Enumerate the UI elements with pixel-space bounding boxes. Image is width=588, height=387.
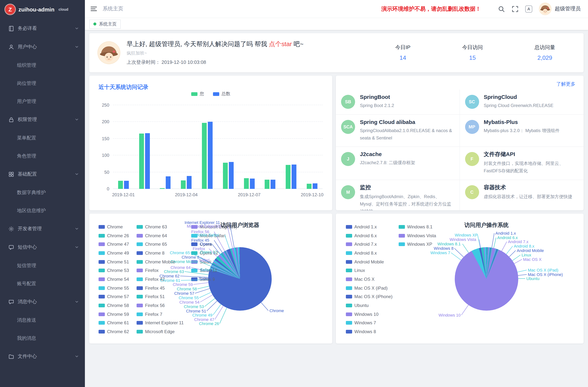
x-axis-label: 2019-12-10	[301, 192, 324, 197]
legend-item[interactable]: Windows 10	[346, 310, 393, 319]
breadcrumb[interactable]: 系统主页	[103, 5, 123, 12]
legend-item[interactable]: Chrome Mobile	[137, 258, 184, 266]
greeting-text-block: 早上好, 超级管理员, 今天帮别人解决问题了吗 帮我 点个star 吧~ 疯狂加…	[126, 40, 304, 66]
legend-item[interactable]: Chrome 65	[137, 240, 184, 249]
legend-item[interactable]: Firefox 45	[137, 284, 184, 292]
learn-more-link[interactable]: 了解更多	[556, 81, 575, 87]
current-user-name[interactable]: 超级管理员	[555, 5, 581, 12]
sidebar-subitem[interactable]: 地区信息维护	[0, 202, 85, 220]
sidebar-subitem[interactable]: 用户管理	[0, 92, 85, 110]
legend-swatch	[346, 304, 352, 307]
sidebar-subitem[interactable]: 账号配置	[0, 274, 85, 293]
legend-item[interactable]: Windows XP	[399, 240, 436, 249]
legend-item[interactable]: 您	[191, 91, 204, 97]
legend-item[interactable]: Firefox	[137, 266, 184, 275]
legend-item[interactable]: 总数	[213, 91, 230, 97]
chevron-down-icon	[75, 172, 79, 176]
brand[interactable]: Z zuihou-admin cloud	[0, 0, 85, 19]
legend-item[interactable]: Linux	[346, 266, 393, 275]
legend-item[interactable]: Windows 8	[346, 327, 393, 336]
legend-item[interactable]: Chrome 54	[99, 275, 129, 284]
legend-item[interactable]: Chrome 8	[137, 249, 184, 257]
legend-item[interactable]: Safari	[191, 258, 237, 266]
legend-item[interactable]: Chrome 57	[99, 292, 129, 301]
legend-swatch	[399, 234, 405, 237]
legend-item[interactable]: Safari 11	[191, 266, 237, 275]
sidebar-item-3[interactable]: 基础配置	[0, 165, 85, 183]
legend-item[interactable]: Chrome 55	[99, 284, 129, 292]
legend-item[interactable]: Android 1.x	[346, 223, 393, 231]
x-axis-label: 2019-12-01	[112, 192, 135, 197]
legend-item[interactable]: Mac OS X	[346, 275, 393, 284]
legend-item[interactable]: Chrome 49	[99, 249, 129, 257]
legend-item[interactable]: Firefox 56	[137, 301, 184, 310]
legend-item[interactable]: Chrome 53	[99, 266, 129, 275]
font-size-icon[interactable]: A	[525, 5, 532, 12]
legend-item[interactable]: Chrome	[99, 223, 129, 231]
sidebar-subitem[interactable]: 数据字典维护	[0, 183, 85, 202]
legend-item[interactable]: Safari 9	[191, 275, 237, 284]
legend-swatch	[346, 295, 352, 299]
tech-desc: SpringCloudAlibaba2.1.0.RELEASE & nacos …	[360, 127, 452, 142]
legend-item[interactable]: Ubuntu	[346, 301, 393, 310]
legend-item[interactable]: Chrome 26	[99, 231, 129, 240]
main-area: 系统主页 演示环境维护不易，请勿乱删乱改数据！ A 超级管理员 系统主页	[85, 0, 588, 387]
tab-label: 系统主页	[99, 21, 117, 27]
legend-item[interactable]: Chrome 58	[99, 301, 129, 310]
sidebar-subitem[interactable]: 短信管理	[0, 256, 85, 274]
legend-label: Opera	[200, 242, 212, 247]
legend-item[interactable]: Mac OS X (iPhone)	[346, 292, 393, 301]
sidebar-item-1[interactable]: 用户中心	[0, 38, 85, 56]
legend-item[interactable]: Android 8.x	[346, 249, 393, 257]
sidebar-toggle-icon[interactable]	[90, 5, 97, 13]
tab-system-home[interactable]: 系统主页	[89, 19, 121, 29]
fullscreen-icon[interactable]	[512, 5, 519, 12]
legend-item[interactable]: Mobile Safari	[191, 231, 237, 240]
sidebar-item-6[interactable]: 消息中心	[0, 293, 85, 311]
legend-label: Mobile Safari	[200, 233, 226, 238]
star-link[interactable]: 点个star	[269, 41, 292, 48]
search-icon[interactable]	[498, 5, 505, 12]
sidebar-subitem[interactable]: 我的消息	[0, 329, 85, 347]
legend-item[interactable]: Windows Vista	[399, 231, 436, 240]
legend-item[interactable]: Mac OS X (iPad)	[346, 284, 393, 292]
legend-item[interactable]: Opera 12	[191, 249, 237, 257]
chevron-down-icon	[75, 26, 79, 31]
legend-label: Android 7.x	[354, 242, 377, 247]
tech-title: 容器技术	[484, 184, 572, 191]
last-login-label: 上次登录时间：	[126, 60, 160, 65]
bar-groups: 2019-12-012019-12-042019-12-072019-12-10	[113, 105, 323, 189]
legend-item[interactable]: Firefox 51	[137, 292, 184, 301]
sidebar-item-4[interactable]: 开发者管理	[0, 220, 85, 238]
sidebar-subitem[interactable]: 岗位管理	[0, 74, 85, 92]
sidebar-item-7[interactable]: 文件中心	[0, 347, 85, 366]
sidebar-subitem[interactable]: 角色管理	[0, 147, 85, 165]
sidebar-item-2[interactable]: 权限管理	[0, 110, 85, 129]
avatar[interactable]	[539, 2, 551, 15]
sidebar-item-label: 文件中心	[18, 353, 37, 360]
legend-item[interactable]: Windows 8.1	[399, 223, 436, 231]
legend-item[interactable]: Chrome 51	[99, 258, 129, 266]
legend-item[interactable]: Firefox 42	[137, 275, 184, 284]
legend-item[interactable]: Chrome 61	[99, 319, 129, 327]
sidebar-subitem[interactable]: 组织管理	[0, 56, 85, 74]
legend-item[interactable]: Chrome 63	[137, 223, 184, 231]
legend-item[interactable]: Chrome 62	[99, 327, 129, 336]
legend-item[interactable]: Opera	[191, 240, 237, 249]
legend-item[interactable]: Android Mobile	[346, 258, 393, 266]
legend-item[interactable]: Android 7.x	[346, 240, 393, 249]
sidebar-item-5[interactable]: 短信中心	[0, 238, 85, 256]
sidebar-subitem[interactable]: 菜单配置	[0, 129, 85, 147]
legend-item[interactable]: Firefox 7	[137, 310, 184, 319]
sidebar-item-0[interactable]: 务必详看	[0, 19, 85, 38]
legend-item[interactable]: Internet Explorer 11	[137, 319, 184, 327]
legend-item[interactable]: Chrome 59	[99, 310, 129, 319]
legend-item[interactable]: Chrome 64	[137, 231, 184, 240]
legend-label: Firefox 42	[145, 277, 165, 282]
legend-item[interactable]: Microsoft Edge	[137, 327, 184, 336]
legend-item[interactable]: Android 6.x	[346, 231, 393, 240]
demo-warning-text: 演示环境维护不易，请勿乱删乱改数据！	[381, 5, 481, 12]
sidebar-subitem[interactable]: 消息推送	[0, 311, 85, 329]
legend-item[interactable]: Windows 7	[346, 319, 393, 327]
legend-item[interactable]: Chrome 47	[99, 240, 129, 249]
